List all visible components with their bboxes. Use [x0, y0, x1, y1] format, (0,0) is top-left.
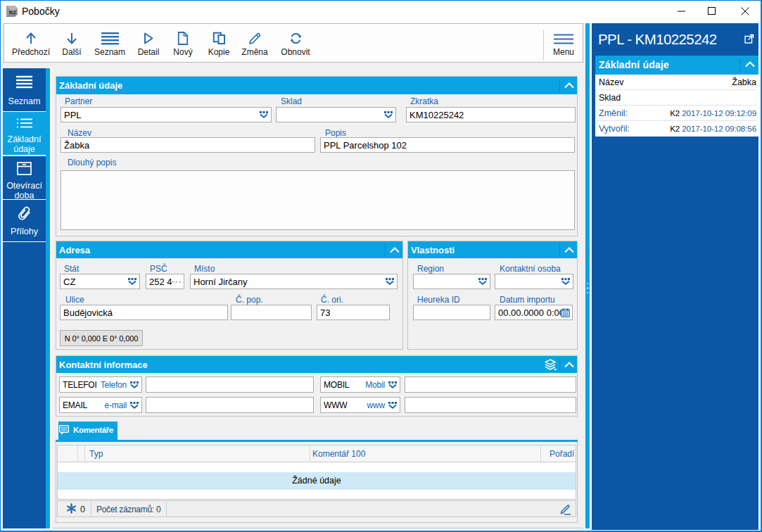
- svg-text:K2: K2: [9, 9, 16, 15]
